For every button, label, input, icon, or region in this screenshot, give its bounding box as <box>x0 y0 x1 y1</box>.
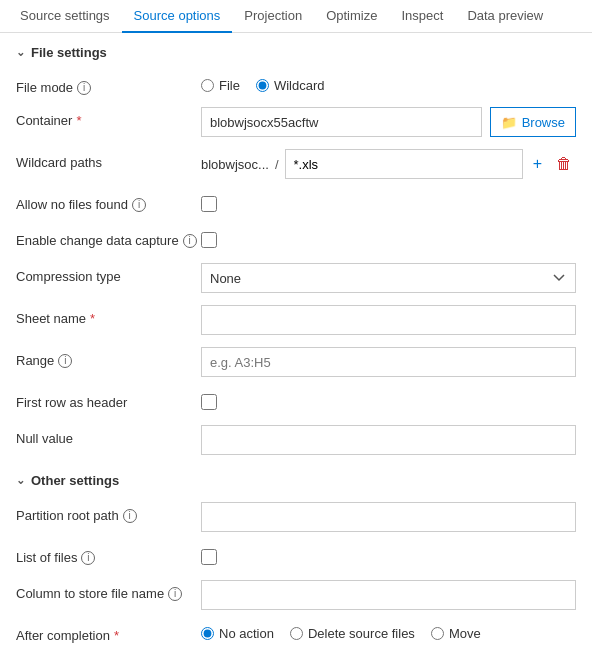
sheet-name-input[interactable] <box>201 305 576 335</box>
enable-change-data-info-icon[interactable]: i <box>183 234 197 248</box>
enable-change-data-row: Enable change data capture i <box>16 227 576 251</box>
column-store-filename-label: Column to store file name i <box>16 580 201 601</box>
add-wildcard-button[interactable]: + <box>529 153 546 175</box>
allow-no-files-row: Allow no files found i <box>16 191 576 215</box>
wildcard-paths-row: Wildcard paths blobwjsoc... / + 🗑 <box>16 149 576 179</box>
file-mode-wildcard-radio[interactable] <box>256 79 269 92</box>
partition-root-path-label: Partition root path i <box>16 502 201 523</box>
after-completion-no-action-option[interactable]: No action <box>201 626 274 641</box>
null-value-row: Null value <box>16 425 576 455</box>
tab-bar: Source settings Source options Projectio… <box>0 0 592 33</box>
enable-change-data-label: Enable change data capture i <box>16 227 201 248</box>
range-info-icon[interactable]: i <box>58 354 72 368</box>
range-row: Range i <box>16 347 576 377</box>
wildcard-paths-label: Wildcard paths <box>16 149 201 170</box>
delete-wildcard-button[interactable]: 🗑 <box>552 153 576 175</box>
file-mode-row: File mode i File Wildcard <box>16 74 576 95</box>
column-store-filename-row: Column to store file name i <box>16 580 576 610</box>
file-mode-file-option[interactable]: File <box>201 78 240 93</box>
list-of-files-info-icon[interactable]: i <box>81 551 95 565</box>
after-completion-move-option[interactable]: Move <box>431 626 481 641</box>
tab-data-preview[interactable]: Data preview <box>455 0 555 33</box>
folder-icon: 📁 <box>501 115 517 130</box>
after-completion-move-radio[interactable] <box>431 627 444 640</box>
list-of-files-label: List of files i <box>16 544 201 565</box>
after-completion-required-star: * <box>114 628 119 643</box>
partition-root-path-input[interactable] <box>201 502 576 532</box>
tab-projection[interactable]: Projection <box>232 0 314 33</box>
allow-no-files-label: Allow no files found i <box>16 191 201 212</box>
sheet-name-label: Sheet name * <box>16 305 201 326</box>
partition-root-path-row: Partition root path i <box>16 502 576 532</box>
null-value-label: Null value <box>16 425 201 446</box>
other-settings-label: Other settings <box>31 473 119 488</box>
file-mode-options: File Wildcard <box>201 74 576 93</box>
container-label: Container * <box>16 107 201 128</box>
partition-root-path-control <box>201 502 576 532</box>
other-settings-section-header[interactable]: ⌄ Other settings <box>16 473 576 488</box>
file-settings-chevron: ⌄ <box>16 46 25 59</box>
after-completion-no-action-radio[interactable] <box>201 627 214 640</box>
other-settings-chevron: ⌄ <box>16 474 25 487</box>
sheet-name-control <box>201 305 576 335</box>
null-value-input[interactable] <box>201 425 576 455</box>
compression-type-label: Compression type <box>16 263 201 284</box>
wildcard-separator: / <box>275 157 279 172</box>
wildcard-prefix: blobwjsoc... <box>201 157 269 172</box>
container-row: Container * 📁 Browse <box>16 107 576 137</box>
tab-optimize[interactable]: Optimize <box>314 0 389 33</box>
sheet-name-required-star: * <box>90 311 95 326</box>
after-completion-delete-label: Delete source files <box>308 626 415 641</box>
after-completion-delete-option[interactable]: Delete source files <box>290 626 415 641</box>
file-settings-label: File settings <box>31 45 107 60</box>
list-of-files-row: List of files i <box>16 544 576 568</box>
container-control: 📁 Browse <box>201 107 576 137</box>
container-input[interactable] <box>201 107 482 137</box>
allow-no-files-checkbox[interactable] <box>201 196 217 212</box>
wildcard-paths-control: blobwjsoc... / + 🗑 <box>201 149 576 179</box>
browse-button[interactable]: 📁 Browse <box>490 107 576 137</box>
column-store-filename-input[interactable] <box>201 580 576 610</box>
tab-inspect[interactable]: Inspect <box>389 0 455 33</box>
first-row-header-label: First row as header <box>16 389 201 410</box>
first-row-header-row: First row as header <box>16 389 576 413</box>
file-mode-info-icon[interactable]: i <box>77 81 91 95</box>
list-of-files-control <box>201 544 576 568</box>
first-row-header-control <box>201 389 576 413</box>
sheet-name-row: Sheet name * <box>16 305 576 335</box>
enable-change-data-checkbox[interactable] <box>201 232 217 248</box>
partition-root-path-info-icon[interactable]: i <box>123 509 137 523</box>
range-input[interactable] <box>201 347 576 377</box>
container-required-star: * <box>76 113 81 128</box>
after-completion-delete-radio[interactable] <box>290 627 303 640</box>
first-row-header-checkbox[interactable] <box>201 394 217 410</box>
wildcard-path-input[interactable] <box>285 149 523 179</box>
compression-type-control: None gzip deflate bzip2 ZipDeflate TarGz… <box>201 263 576 293</box>
after-completion-control: No action Delete source files Move <box>201 622 576 641</box>
file-mode-wildcard-option[interactable]: Wildcard <box>256 78 325 93</box>
compression-type-row: Compression type None gzip deflate bzip2… <box>16 263 576 293</box>
list-of-files-checkbox[interactable] <box>201 549 217 565</box>
file-settings-section-header[interactable]: ⌄ File settings <box>16 45 576 60</box>
range-control <box>201 347 576 377</box>
file-mode-file-label: File <box>219 78 240 93</box>
content-area: ⌄ File settings File mode i File Wildcar… <box>0 33 592 663</box>
after-completion-label: After completion * <box>16 622 201 643</box>
file-mode-label: File mode i <box>16 74 201 95</box>
allow-no-files-info-icon[interactable]: i <box>132 198 146 212</box>
null-value-control <box>201 425 576 455</box>
tab-source-settings[interactable]: Source settings <box>8 0 122 33</box>
enable-change-data-control <box>201 227 576 251</box>
column-store-filename-info-icon[interactable]: i <box>168 587 182 601</box>
file-mode-file-radio[interactable] <box>201 79 214 92</box>
range-label: Range i <box>16 347 201 368</box>
after-completion-no-action-label: No action <box>219 626 274 641</box>
compression-type-select[interactable]: None gzip deflate bzip2 ZipDeflate TarGz… <box>201 263 576 293</box>
tab-source-options[interactable]: Source options <box>122 0 233 33</box>
after-completion-row: After completion * No action Delete sour… <box>16 622 576 643</box>
file-mode-wildcard-label: Wildcard <box>274 78 325 93</box>
allow-no-files-control <box>201 191 576 215</box>
column-store-filename-control <box>201 580 576 610</box>
after-completion-move-label: Move <box>449 626 481 641</box>
